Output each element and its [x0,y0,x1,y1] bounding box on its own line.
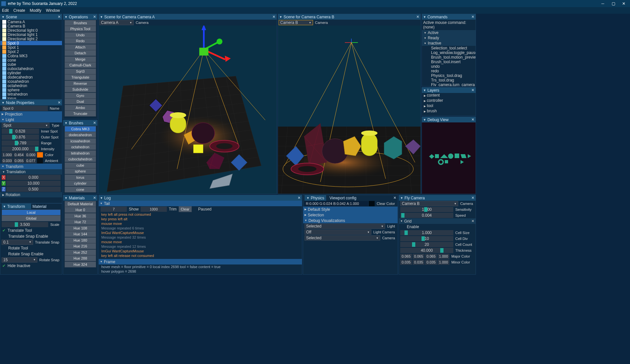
group-active[interactable]: ▼Active [422,30,476,35]
speed-slider[interactable]: 0.004 [400,213,453,218]
scene-item[interactable]: cuboctahedron [0,66,62,71]
brush-button[interactable]: icosahedron [65,138,96,144]
op-button[interactable]: Attach [65,44,96,50]
collapse-icon[interactable]: ▼ [65,121,68,125]
scene-item[interactable]: Directional light 0 [0,28,62,32]
outer-spot-slider[interactable]: 0.876 [2,135,39,140]
collapse-icon[interactable]: ▼ [65,196,68,200]
op-button[interactable]: Sqrt3 [65,68,96,74]
close-icon[interactable]: ✕ [393,196,396,200]
menu-modify[interactable]: Modify [30,8,41,13]
tz-slider[interactable]: 0.500 [6,187,61,192]
close-icon[interactable]: ✕ [298,196,301,200]
grid-header[interactable]: ▼Grid✕ [399,218,476,224]
rotate-tool-check[interactable]: Rotate Tool [0,245,62,251]
collapse-icon[interactable]: ▼ [423,118,426,121]
collapse-icon[interactable]: ▼ [100,15,103,19]
color-swatch[interactable] [37,152,43,157]
major-r[interactable]: 0.065 [400,254,412,259]
scene-item[interactable]: cylinder [0,71,62,75]
layer-item[interactable]: ▶ content [424,93,476,98]
op-button[interactable]: Ambo [65,105,96,111]
scene-item[interactable]: Spot 0 [0,41,62,45]
brush-button[interactable]: octahedron [65,144,96,150]
scene-item[interactable]: Spot 2 [0,49,62,54]
material-button[interactable]: Default Material [65,201,96,207]
material-button[interactable]: Hue 288 [65,255,96,261]
global-button[interactable]: Global [2,215,61,221]
range-slider[interactable]: 10.789 [2,140,39,146]
menu-create[interactable]: Create [13,8,25,13]
group-ready[interactable]: ▼Ready [422,35,476,41]
layer-item[interactable]: ▶ controller [424,98,476,103]
tab-physics[interactable]: Physics [311,196,324,200]
rotate-snap-combo[interactable]: 15▼ [2,257,37,263]
scene-item[interactable]: Spot 1 [0,45,62,49]
group-inactive[interactable]: ▼Inactive [422,41,476,46]
debug-vis-header[interactable]: ▼Debug Visualizations [303,218,398,223]
ambient-b[interactable]: 0.077 [25,158,36,163]
viewport-3d[interactable] [278,26,421,194]
rotation-header[interactable]: ▶Rotation [0,192,62,197]
collapse-icon[interactable]: ▼ [279,15,282,19]
scene-item[interactable]: Camera A [0,20,62,24]
scene-item[interactable]: dodecahedron [0,75,62,79]
close-icon[interactable]: ✕ [471,118,474,122]
scene-item[interactable]: cone [0,58,62,62]
inner-spot-slider[interactable]: 0.628 [2,129,39,134]
close-icon[interactable]: ✕ [471,196,474,200]
scene-item[interactable]: Directional light 1 [0,32,62,37]
translate-snap-combo[interactable]: 0.1▼ [2,240,33,245]
clear-button[interactable]: Clear [179,206,192,212]
scene-item[interactable]: cube [0,62,62,66]
minor-b[interactable]: 0.035 [425,260,437,265]
scene-item[interactable]: tetrahedron [0,92,62,96]
collapse-icon[interactable]: ▼ [2,101,5,104]
minor-r[interactable]: 0.035 [400,260,412,265]
tab-transform[interactable]: Transform [7,204,25,209]
scene-item[interactable]: torus [0,96,62,99]
menu-window[interactable]: Window [46,8,60,13]
log-tail-header[interactable]: ▼Tail [99,201,302,206]
tab-viewport-config[interactable]: Viewport config [329,196,356,200]
op-button[interactable]: Dual [65,99,96,104]
close-icon[interactable]: ✕ [93,121,96,125]
minor-g[interactable]: 0.035 [413,260,424,265]
material-button[interactable]: Hue 324 [65,262,96,267]
color-g[interactable]: 0.454 [13,152,25,157]
tx-slider[interactable]: 0.000 [6,175,61,180]
collapse-icon[interactable]: ▼ [400,196,403,200]
scene-item[interactable]: Directional light 2 [0,37,62,41]
translation-header[interactable]: ▼Translation [0,169,62,174]
cell-div-slider[interactable]: 10 [400,236,453,241]
material-button[interactable]: Hue 0 [65,207,96,213]
collapse-icon[interactable]: ▼ [100,196,103,200]
grid-enable-check[interactable]: Enable [399,224,476,230]
collapse-icon[interactable]: ▼ [65,15,68,19]
op-button[interactable]: Redo [65,38,96,44]
fly-camera-combo[interactable]: Camera B▼ [400,201,458,206]
scene-item[interactable]: Camera B [0,24,62,28]
major-g[interactable]: 0.065 [413,254,424,259]
op-button[interactable]: Physics Tool [65,26,96,32]
viewport-3d[interactable] [99,26,277,194]
brush-button[interactable]: cone [65,187,96,192]
hide-inactive-check[interactable]: ✔Hide Inactive [0,263,62,269]
rotate-snap-check[interactable]: Rotate Snap Enable [0,251,62,257]
minimize-icon[interactable]: ─ [600,1,605,6]
minor-a[interactable]: 1.000 [438,260,449,265]
vis-combo[interactable]: Selected▼ [305,224,385,229]
menu-edit[interactable]: Edit [2,8,9,13]
brush-button[interactable]: dodecahedron [65,132,96,138]
layer-item[interactable]: ▶ brush [424,109,476,114]
brush-button[interactable]: torus [65,174,96,180]
ambient-g[interactable]: 0.055 [13,158,25,163]
transform-header[interactable]: ▼Transform [0,164,62,169]
maximize-icon[interactable]: ▢ [611,1,616,6]
op-button[interactable]: Brushes [65,20,96,26]
op-button[interactable]: Subdivide [65,86,96,92]
vis-combo[interactable]: Selected▼ [305,235,380,241]
tail-count[interactable]: 7 [101,207,127,212]
ambient-r[interactable]: 0.033 [2,158,13,163]
ty-slider[interactable]: 10.000 [6,181,61,186]
